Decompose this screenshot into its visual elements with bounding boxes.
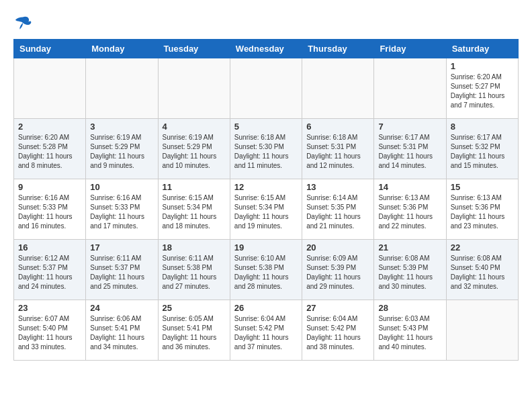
day-info: Sunrise: 6:04 AM Sunset: 5:42 PM Dayligh…	[234, 314, 298, 352]
calendar-cell: 12Sunrise: 6:15 AM Sunset: 5:34 PM Dayli…	[230, 179, 302, 240]
day-number: 4	[163, 122, 226, 132]
calendar-week-5: 23Sunrise: 6:07 AM Sunset: 5:40 PM Dayli…	[14, 300, 519, 361]
calendar-cell: 22Sunrise: 6:08 AM Sunset: 5:40 PM Dayli…	[446, 240, 518, 300]
day-number: 11	[163, 182, 226, 192]
logo-bird-icon	[13, 13, 32, 32]
day-info: Sunrise: 6:03 AM Sunset: 5:43 PM Dayligh…	[378, 314, 441, 352]
calendar-header-thursday: Thursday	[302, 40, 374, 58]
day-number: 1	[451, 61, 514, 71]
logo	[13, 13, 35, 32]
day-info: Sunrise: 6:08 AM Sunset: 5:40 PM Dayligh…	[451, 254, 514, 291]
day-info: Sunrise: 6:13 AM Sunset: 5:36 PM Dayligh…	[378, 193, 441, 231]
calendar-cell: 9Sunrise: 6:16 AM Sunset: 5:33 PM Daylig…	[14, 179, 86, 240]
day-number: 9	[18, 182, 81, 192]
calendar-cell: 19Sunrise: 6:10 AM Sunset: 5:38 PM Dayli…	[230, 240, 302, 300]
page-header	[13, 13, 519, 32]
calendar-cell: 24Sunrise: 6:06 AM Sunset: 5:41 PM Dayli…	[86, 300, 158, 361]
calendar-cell: 4Sunrise: 6:19 AM Sunset: 5:29 PM Daylig…	[158, 119, 230, 179]
calendar-cell: 27Sunrise: 6:04 AM Sunset: 5:42 PM Dayli…	[302, 300, 374, 361]
day-number: 7	[378, 122, 441, 132]
day-info: Sunrise: 6:15 AM Sunset: 5:34 PM Dayligh…	[234, 193, 298, 231]
day-number: 22	[451, 242, 514, 253]
day-number: 21	[378, 242, 441, 253]
calendar-week-2: 2Sunrise: 6:20 AM Sunset: 5:28 PM Daylig…	[14, 119, 519, 179]
day-info: Sunrise: 6:09 AM Sunset: 5:39 PM Dayligh…	[306, 254, 369, 291]
day-number: 27	[306, 303, 369, 313]
day-info: Sunrise: 6:18 AM Sunset: 5:30 PM Dayligh…	[234, 133, 298, 171]
day-number: 20	[306, 242, 369, 253]
day-number: 10	[90, 182, 153, 192]
calendar-cell: 23Sunrise: 6:07 AM Sunset: 5:40 PM Dayli…	[14, 300, 86, 361]
day-number: 18	[163, 242, 226, 253]
day-number: 24	[90, 303, 153, 313]
calendar-cell: 17Sunrise: 6:11 AM Sunset: 5:37 PM Dayli…	[86, 240, 158, 300]
day-number: 14	[378, 182, 441, 192]
calendar-week-4: 16Sunrise: 6:12 AM Sunset: 5:37 PM Dayli…	[14, 240, 519, 300]
day-info: Sunrise: 6:07 AM Sunset: 5:40 PM Dayligh…	[18, 314, 81, 352]
day-info: Sunrise: 6:19 AM Sunset: 5:29 PM Dayligh…	[90, 133, 153, 171]
day-number: 25	[163, 303, 226, 313]
calendar-cell: 26Sunrise: 6:04 AM Sunset: 5:42 PM Dayli…	[230, 300, 302, 361]
calendar-cell	[230, 58, 302, 119]
calendar-cell: 16Sunrise: 6:12 AM Sunset: 5:37 PM Dayli…	[14, 240, 86, 300]
day-info: Sunrise: 6:14 AM Sunset: 5:35 PM Dayligh…	[306, 193, 369, 231]
day-info: Sunrise: 6:06 AM Sunset: 5:41 PM Dayligh…	[90, 314, 153, 352]
calendar-header-row: SundayMondayTuesdayWednesdayThursdayFrid…	[14, 40, 519, 58]
day-info: Sunrise: 6:15 AM Sunset: 5:34 PM Dayligh…	[163, 193, 226, 231]
day-number: 2	[18, 122, 81, 132]
day-number: 13	[306, 182, 369, 192]
day-info: Sunrise: 6:13 AM Sunset: 5:36 PM Dayligh…	[451, 193, 514, 231]
day-info: Sunrise: 6:11 AM Sunset: 5:38 PM Dayligh…	[163, 254, 226, 291]
day-number: 6	[306, 122, 369, 132]
calendar-cell: 21Sunrise: 6:08 AM Sunset: 5:39 PM Dayli…	[374, 240, 446, 300]
day-number: 3	[90, 122, 153, 132]
day-info: Sunrise: 6:18 AM Sunset: 5:31 PM Dayligh…	[306, 133, 369, 171]
calendar-cell: 3Sunrise: 6:19 AM Sunset: 5:29 PM Daylig…	[86, 119, 158, 179]
day-info: Sunrise: 6:16 AM Sunset: 5:33 PM Dayligh…	[18, 193, 81, 231]
calendar-cell: 14Sunrise: 6:13 AM Sunset: 5:36 PM Dayli…	[374, 179, 446, 240]
calendar-cell: 1Sunrise: 6:20 AM Sunset: 5:27 PM Daylig…	[446, 58, 518, 119]
calendar-cell: 2Sunrise: 6:20 AM Sunset: 5:28 PM Daylig…	[14, 119, 86, 179]
day-number: 17	[90, 242, 153, 253]
day-info: Sunrise: 6:10 AM Sunset: 5:38 PM Dayligh…	[234, 254, 298, 291]
calendar-cell: 8Sunrise: 6:17 AM Sunset: 5:32 PM Daylig…	[446, 119, 518, 179]
day-number: 26	[234, 303, 298, 313]
calendar-cell	[302, 58, 374, 119]
calendar-cell: 15Sunrise: 6:13 AM Sunset: 5:36 PM Dayli…	[446, 179, 518, 240]
day-number: 28	[378, 303, 441, 313]
day-number: 8	[451, 122, 514, 132]
day-info: Sunrise: 6:17 AM Sunset: 5:32 PM Dayligh…	[451, 133, 514, 171]
day-info: Sunrise: 6:05 AM Sunset: 5:41 PM Dayligh…	[163, 314, 226, 352]
calendar-header-saturday: Saturday	[446, 40, 518, 58]
day-info: Sunrise: 6:16 AM Sunset: 5:33 PM Dayligh…	[90, 193, 153, 231]
calendar-header-sunday: Sunday	[14, 40, 86, 58]
calendar-table: SundayMondayTuesdayWednesdayThursdayFrid…	[13, 39, 519, 361]
day-info: Sunrise: 6:20 AM Sunset: 5:27 PM Dayligh…	[451, 73, 514, 110]
calendar-week-1: 1Sunrise: 6:20 AM Sunset: 5:27 PM Daylig…	[14, 58, 519, 119]
day-number: 12	[234, 182, 298, 192]
calendar-week-3: 9Sunrise: 6:16 AM Sunset: 5:33 PM Daylig…	[14, 179, 519, 240]
calendar-cell	[158, 58, 230, 119]
calendar-cell: 6Sunrise: 6:18 AM Sunset: 5:31 PM Daylig…	[302, 119, 374, 179]
calendar-header-wednesday: Wednesday	[230, 40, 302, 58]
day-number: 5	[234, 122, 298, 132]
calendar-cell: 11Sunrise: 6:15 AM Sunset: 5:34 PM Dayli…	[158, 179, 230, 240]
day-number: 15	[451, 182, 514, 192]
day-info: Sunrise: 6:17 AM Sunset: 5:31 PM Dayligh…	[378, 133, 441, 171]
calendar-header-monday: Monday	[86, 40, 158, 58]
calendar-cell	[374, 58, 446, 119]
day-info: Sunrise: 6:11 AM Sunset: 5:37 PM Dayligh…	[90, 254, 153, 291]
calendar-cell	[86, 58, 158, 119]
calendar-cell: 10Sunrise: 6:16 AM Sunset: 5:33 PM Dayli…	[86, 179, 158, 240]
day-info: Sunrise: 6:20 AM Sunset: 5:28 PM Dayligh…	[18, 133, 81, 171]
day-info: Sunrise: 6:04 AM Sunset: 5:42 PM Dayligh…	[306, 314, 369, 352]
day-number: 23	[18, 303, 81, 313]
calendar-cell: 25Sunrise: 6:05 AM Sunset: 5:41 PM Dayli…	[158, 300, 230, 361]
calendar-cell: 28Sunrise: 6:03 AM Sunset: 5:43 PM Dayli…	[374, 300, 446, 361]
calendar-cell	[446, 300, 518, 361]
calendar-cell: 7Sunrise: 6:17 AM Sunset: 5:31 PM Daylig…	[374, 119, 446, 179]
day-number: 16	[18, 242, 81, 253]
calendar-cell: 18Sunrise: 6:11 AM Sunset: 5:38 PM Dayli…	[158, 240, 230, 300]
calendar-cell	[14, 58, 86, 119]
day-info: Sunrise: 6:12 AM Sunset: 5:37 PM Dayligh…	[18, 254, 81, 291]
